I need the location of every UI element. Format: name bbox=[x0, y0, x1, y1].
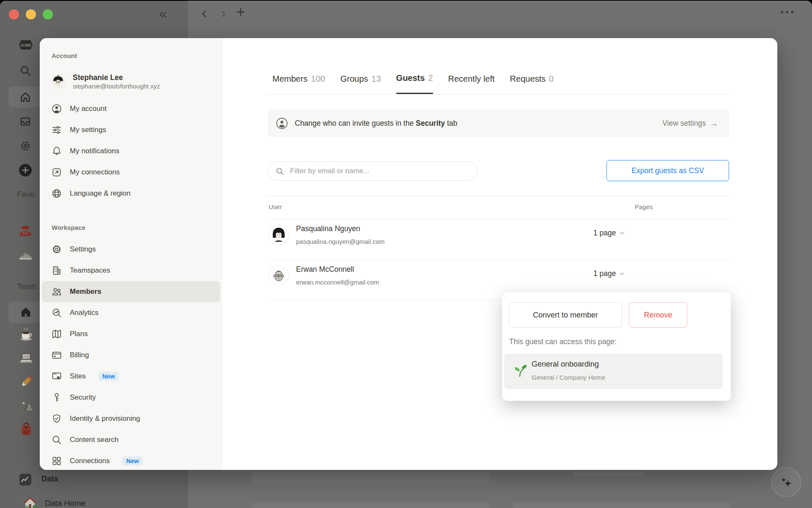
acme-workspace-logo[interactable]: ACME bbox=[19, 39, 33, 50]
sidebar-item-analytics[interactable]: Analytics bbox=[42, 302, 220, 323]
view-settings-label: View settings bbox=[662, 119, 706, 128]
tab-label: Guests bbox=[396, 73, 425, 83]
mountain-emoji[interactable] bbox=[17, 398, 34, 413]
ai-assistant-button[interactable] bbox=[771, 467, 801, 497]
tab-requests[interactable]: Requests0 bbox=[510, 64, 554, 94]
export-guests-csv-button[interactable]: Export guests as CSV bbox=[606, 160, 729, 181]
data-home-emoji[interactable] bbox=[23, 497, 38, 508]
pages-count: 1 page bbox=[593, 269, 616, 278]
sidebar-item-teamspaces[interactable]: Teamspaces bbox=[42, 260, 220, 281]
sidebar-item-identity-provisioning[interactable]: Identity & provisioning bbox=[42, 408, 220, 429]
chevron-down-icon bbox=[619, 271, 625, 276]
home-icon[interactable] bbox=[19, 91, 32, 103]
data-home-label[interactable]: Data Home bbox=[45, 499, 85, 508]
user-avatar bbox=[51, 74, 66, 89]
new-tab-icon[interactable]: + bbox=[236, 4, 245, 20]
column-pages: Pages bbox=[635, 203, 653, 210]
page-title: General onboarding bbox=[532, 360, 599, 369]
tab-label: Members bbox=[272, 74, 307, 84]
screenshot-stage: « ‹ › + ⋯ ACME Favo Team bbox=[0, 0, 812, 508]
data-section-label[interactable]: Data bbox=[41, 475, 58, 483]
sidebar-item-my-settings[interactable]: My settings bbox=[42, 119, 220, 141]
settings-modal: Account Stephanie Lee stephanie@toolsfor… bbox=[40, 38, 777, 470]
remove-guest-button[interactable]: Remove bbox=[629, 302, 687, 328]
sidebar-item-label: My notifications bbox=[70, 147, 119, 155]
data-section-icon[interactable] bbox=[19, 473, 32, 486]
sidebar-item-security[interactable]: Security bbox=[42, 387, 220, 408]
sidebar-item-label: My account bbox=[70, 105, 107, 113]
settings-gear-icon[interactable] bbox=[19, 140, 32, 152]
teamspace-home-icon[interactable] bbox=[19, 306, 32, 318]
dimmed-content-block bbox=[513, 502, 730, 508]
guest-row[interactable]: Pasqualina Nguyen pasqualina.nguyen@gmai… bbox=[268, 219, 729, 260]
sidebar-item-language-region[interactable]: Language & region bbox=[42, 183, 220, 204]
sidebar-item-my-account[interactable]: My account bbox=[42, 98, 220, 119]
more-options-icon[interactable]: ⋯ bbox=[779, 4, 795, 19]
laptop-emoji[interactable] bbox=[18, 351, 34, 366]
phone-emoji[interactable] bbox=[18, 223, 33, 238]
tab-count: 0 bbox=[549, 74, 554, 84]
collapse-sidebar-icon[interactable]: « bbox=[159, 6, 167, 20]
grid-icon bbox=[51, 456, 62, 467]
page-path: General / Company Home bbox=[532, 374, 605, 381]
search-input[interactable] bbox=[289, 166, 472, 176]
accessible-page-item[interactable]: General onboarding General / Company Hom… bbox=[504, 353, 723, 389]
person-circle-icon bbox=[276, 118, 288, 129]
sidebar-item-label: Security bbox=[70, 393, 96, 402]
view-settings-link[interactable]: View settings→ bbox=[662, 119, 718, 128]
sidebar-item-label: Plans bbox=[70, 330, 88, 338]
person-circle-icon bbox=[51, 103, 62, 115]
tab-guests[interactable]: Guests2 bbox=[396, 64, 433, 94]
search-icon[interactable] bbox=[19, 64, 32, 77]
sidebar-item-my-notifications[interactable]: My notifications bbox=[42, 141, 220, 162]
sidebar-item-sites[interactable]: Sites New bbox=[42, 366, 220, 387]
guest-email: erwan.mcconnell@gmail.com bbox=[296, 279, 379, 286]
sidebar-item-label: Billing bbox=[70, 351, 89, 359]
sidebar-item-my-connections[interactable]: My connections bbox=[42, 162, 220, 183]
guest-actions-popover: Convert to member Remove This guest can … bbox=[502, 292, 731, 401]
account-section-header: Account bbox=[52, 52, 222, 60]
chevron-down-icon bbox=[619, 230, 625, 236]
sidebar-item-settings[interactable]: Settings bbox=[42, 239, 220, 260]
sidebar-item-label: Content search bbox=[70, 436, 118, 444]
traffic-close-button[interactable] bbox=[9, 9, 19, 19]
banner-text: Change who can invite guests in the Secu… bbox=[295, 119, 457, 128]
convert-to-member-button[interactable]: Convert to member bbox=[509, 302, 622, 328]
sidebar-item-label: Teamspaces bbox=[70, 266, 110, 275]
tab-members[interactable]: Members100 bbox=[272, 64, 325, 94]
sidebar-item-content-search[interactable]: Content search bbox=[42, 429, 220, 450]
tab-groups[interactable]: Groups13 bbox=[340, 64, 381, 94]
sidebar-item-members[interactable]: Members bbox=[42, 281, 220, 302]
guest-email: pasqualina.nguyen@gmail.com bbox=[296, 238, 385, 245]
tab-recently-left[interactable]: Recently left bbox=[448, 64, 495, 94]
guest-avatar bbox=[269, 265, 288, 285]
workspace-section-header: Workspace bbox=[52, 224, 222, 232]
current-user-row[interactable]: Stephanie Lee stephanie@toolsforthought.… bbox=[42, 70, 220, 93]
sidebar-item-billing[interactable]: Billing bbox=[42, 345, 220, 366]
coffee-emoji[interactable] bbox=[19, 327, 34, 342]
tab-count: 100 bbox=[311, 74, 325, 84]
guest-pages-dropdown[interactable]: 1 page bbox=[593, 229, 625, 237]
sidebar-item-plans[interactable]: Plans bbox=[42, 323, 220, 345]
traffic-minimize-button[interactable] bbox=[26, 9, 36, 19]
new-badge: New bbox=[123, 456, 143, 466]
chart-search-icon bbox=[51, 307, 62, 319]
inbox-icon[interactable] bbox=[19, 115, 32, 128]
forward-icon[interactable]: › bbox=[221, 6, 226, 21]
back-icon[interactable]: ‹ bbox=[202, 6, 207, 21]
shield-check-icon bbox=[51, 413, 62, 425]
sneaker-emoji[interactable] bbox=[18, 247, 33, 262]
guest-name: Pasqualina Nguyen bbox=[296, 224, 360, 233]
new-page-plus-icon[interactable] bbox=[19, 163, 32, 177]
app-window: « ‹ › + ⋯ ACME Favo Team bbox=[0, 1, 812, 508]
sidebar-item-connections[interactable]: Connections New bbox=[42, 450, 220, 470]
guest-filter-search[interactable] bbox=[268, 161, 478, 181]
pencil-emoji[interactable] bbox=[19, 374, 34, 389]
dimmed-content-block bbox=[574, 471, 644, 477]
backpack-emoji[interactable] bbox=[19, 422, 34, 437]
guest-pages-dropdown[interactable]: 1 page bbox=[593, 269, 625, 278]
sidebar-item-label: Language & region bbox=[70, 189, 131, 198]
dimmed-content-block bbox=[252, 502, 489, 508]
building-icon bbox=[51, 265, 62, 276]
traffic-zoom-button[interactable] bbox=[43, 9, 53, 19]
